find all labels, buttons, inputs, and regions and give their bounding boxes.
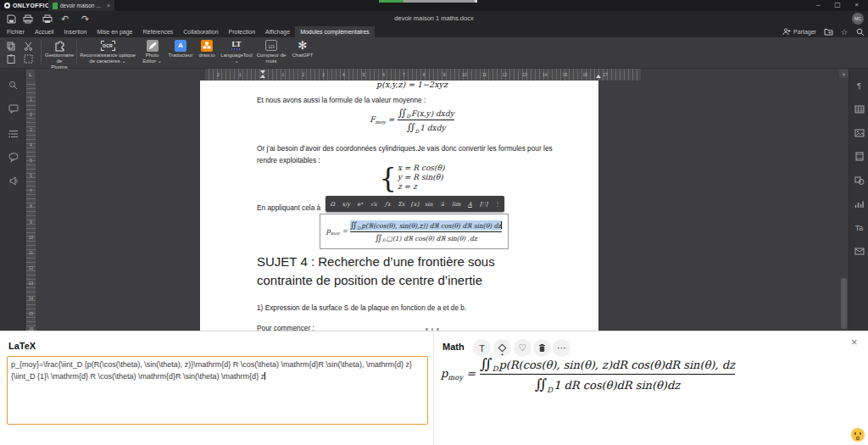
menu-affichage[interactable]: Affichage bbox=[260, 26, 295, 37]
open-file-location-icon[interactable] bbox=[824, 27, 833, 36]
languagetool-icon: LT bbox=[219, 38, 254, 53]
selected-numerator[interactable]: ∬Dp(ℜ(cos(θ), sin(θ),z)) dℜ cos(θ) dℜ si… bbox=[350, 220, 502, 231]
tab-stop-selector[interactable]: L bbox=[26, 70, 35, 80]
progress-bar-knob bbox=[475, 0, 477, 3]
navigation-headings-icon[interactable] bbox=[8, 128, 19, 139]
equation-context-toolbar[interactable]: Ωx∕yeˣ√x∫xΣx{x}sinälimA[∷]⋮ bbox=[326, 196, 504, 212]
equation-toolbar-item[interactable]: lim bbox=[449, 201, 463, 208]
first-line-indent-marker[interactable] bbox=[260, 70, 265, 74]
minimize-button[interactable]: – bbox=[809, 0, 828, 11]
paste-icon[interactable] bbox=[6, 53, 16, 64]
share-button[interactable]: Partager bbox=[782, 27, 816, 36]
panel-resize-handle[interactable] bbox=[426, 328, 439, 331]
latex-input[interactable]: p_{moy}=\frac{\iint_D {p(R(\cos(\theta),… bbox=[7, 356, 428, 425]
image-settings-icon[interactable] bbox=[854, 127, 865, 138]
text-mode-button[interactable]: T bbox=[473, 339, 491, 357]
header-footer-settings-icon[interactable] bbox=[854, 151, 865, 162]
menu-mise-en-page[interactable]: Mise en page bbox=[92, 26, 137, 37]
redo-icon[interactable]: ↷ bbox=[80, 14, 91, 25]
close-button[interactable]: × bbox=[847, 0, 866, 11]
menu-modules-complementaires[interactable]: Modules complémentaires bbox=[295, 26, 375, 37]
document-tab[interactable]: devoir maison ... × bbox=[48, 0, 114, 11]
languagetool-plugin-button[interactable]: LT LanguageTool ⌄ bbox=[219, 38, 254, 68]
tab-close-icon[interactable]: × bbox=[107, 0, 110, 11]
menu-collaboration[interactable]: Collaboration bbox=[178, 26, 223, 37]
emoji-feedback-icon[interactable] bbox=[851, 428, 865, 442]
menu-insertion[interactable]: Insertion bbox=[59, 26, 92, 37]
equation-toolbar-item[interactable]: {x} bbox=[408, 201, 421, 208]
favorite-star-icon[interactable]: ☆ bbox=[841, 28, 848, 36]
photo-editor-plugin-button[interactable]: Photo Editor ⌄ bbox=[138, 38, 166, 68]
equation-toolbar-item[interactable]: Σx bbox=[394, 201, 408, 208]
equation-toolbar-item[interactable]: Ω bbox=[326, 201, 339, 208]
translator-plugin-button[interactable]: A Traducteur bbox=[166, 38, 195, 68]
menu-accueil[interactable]: Accueil bbox=[30, 26, 59, 37]
more-options-button[interactable]: ⋯ bbox=[553, 339, 570, 357]
ocr-icon: OCR bbox=[77, 38, 138, 53]
menu-fichier[interactable]: Fichier bbox=[2, 26, 30, 37]
quick-print-icon[interactable] bbox=[42, 14, 53, 25]
ocr-plugin-button[interactable]: OCR Reconnaissance optique de caractères… bbox=[77, 38, 138, 68]
equation-toolbar-item[interactable]: ä bbox=[436, 201, 449, 208]
word-counter-icon: 123 bbox=[254, 38, 288, 53]
find-icon[interactable] bbox=[8, 80, 19, 91]
panel-close-icon[interactable]: × bbox=[851, 337, 858, 348]
comments-icon[interactable] bbox=[8, 103, 19, 114]
paragraph-mean-value: Et nous avons aussi la formule de la val… bbox=[257, 94, 426, 106]
table-settings-icon[interactable] bbox=[854, 103, 865, 114]
ruler-number: 10 bbox=[26, 236, 36, 240]
ruler-number: 2 bbox=[217, 71, 220, 78]
equation-toolbar-item[interactable]: sin bbox=[422, 201, 436, 208]
drawio-plugin-button[interactable]: draw.io bbox=[195, 38, 219, 68]
document-page[interactable]: p(x,y,z) = 1−2xyz Et nous avons aussi la… bbox=[200, 81, 598, 331]
equation-toolbar-item[interactable]: x∕y bbox=[339, 201, 353, 208]
left-indent-marker[interactable] bbox=[260, 75, 265, 78]
formula-system: { x = R cos(θ) y = R sin(θ) z = z bbox=[225, 164, 598, 192]
select-all-icon[interactable] bbox=[23, 53, 33, 64]
math-preview-equation: pmoy = ∬Dp(R(cos(θ), sin(θ), z)dR cos(θ)… bbox=[441, 355, 735, 394]
shape-settings-icon[interactable] bbox=[854, 175, 865, 186]
scrollbar-up-arrow[interactable]: ▲ bbox=[839, 70, 849, 78]
cut-icon[interactable] bbox=[23, 41, 33, 51]
plugin-manager-button[interactable]: Gestionnaire de Plugins bbox=[42, 38, 76, 68]
word-counter-plugin-button[interactable]: 123 Compteur de mots bbox=[254, 38, 288, 68]
menu-protection[interactable]: Protection bbox=[224, 26, 261, 37]
ruler-number: 4 bbox=[338, 71, 348, 78]
favorite-button[interactable]: ♡ bbox=[514, 339, 531, 357]
feedback-icon[interactable] bbox=[8, 175, 19, 186]
user-avatar[interactable]: MC bbox=[852, 13, 864, 25]
equation-toolbar-item[interactable]: ∫x bbox=[381, 201, 394, 208]
equation-toolbar-item[interactable]: √x bbox=[367, 201, 381, 208]
menu-references[interactable]: Références bbox=[137, 26, 178, 37]
undo-icon[interactable]: ↶ bbox=[59, 14, 70, 25]
maximize-button[interactable]: ▢ bbox=[828, 0, 848, 11]
scrollbar-thumb[interactable] bbox=[841, 278, 847, 329]
text-caret bbox=[501, 221, 502, 229]
ruler-number: 12 bbox=[499, 71, 509, 78]
equation-toolbar-item[interactable]: A bbox=[463, 201, 476, 208]
chart-settings-icon[interactable] bbox=[854, 198, 865, 209]
copy-icon[interactable] bbox=[6, 41, 16, 51]
equation-editor-box[interactable]: pmoy = ∬Dp(ℜ(cos(θ), sin(θ),z)) dℜ cos(θ… bbox=[320, 214, 509, 249]
equation-toolbar-item[interactable]: [∷] bbox=[477, 201, 491, 208]
ruler-number: 2 bbox=[298, 71, 309, 78]
system-line: y = R sin(θ) bbox=[398, 173, 445, 182]
paragraph-settings-icon[interactable]: ¶ bbox=[854, 80, 865, 91]
print-icon[interactable] bbox=[22, 14, 33, 25]
fill-color-button[interactable] bbox=[493, 339, 511, 357]
paragraph-pour-commencer: Pour commencer : bbox=[257, 322, 314, 331]
chat-icon[interactable] bbox=[8, 152, 19, 163]
paragraph-cylindrical: Or j’ai besoin d’avoir des coordonnées c… bbox=[257, 142, 574, 166]
chatgpt-plugin-button[interactable]: ✻ ChatGPT bbox=[288, 38, 317, 68]
panel-divider bbox=[433, 331, 434, 445]
mail-merge-icon[interactable] bbox=[854, 246, 865, 257]
equation-toolbar-item[interactable]: eˣ bbox=[353, 201, 366, 208]
equation-toolbar-item[interactable]: ⋮ bbox=[491, 201, 504, 208]
delete-button[interactable] bbox=[533, 339, 551, 357]
horizontal-ruler[interactable]: 2 1 1234567891011121314151617 bbox=[205, 69, 641, 81]
save-icon[interactable] bbox=[6, 14, 17, 25]
ruler-number: 15 bbox=[26, 312, 36, 316]
search-icon[interactable] bbox=[855, 27, 865, 36]
text-art-settings-icon[interactable]: Ta bbox=[854, 222, 865, 233]
vertical-ruler[interactable]: 12345678910111213141516 bbox=[26, 81, 36, 331]
